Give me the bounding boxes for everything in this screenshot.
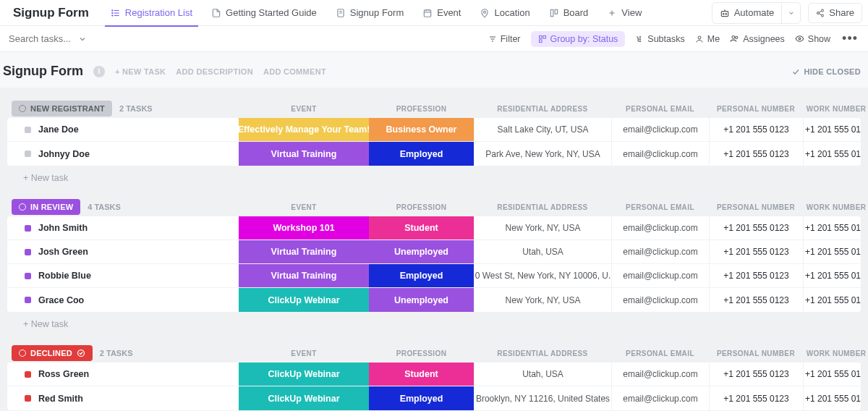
search-tasks[interactable]	[9, 33, 87, 44]
work-number-cell[interactable]: +1 201 555 012:	[803, 216, 861, 240]
work-number-cell[interactable]: +1 201 555 012:	[803, 386, 861, 410]
profession-cell[interactable]: Employed	[369, 142, 474, 166]
work-number-cell[interactable]: +1 201 555 012:	[803, 264, 861, 287]
task-name-cell[interactable]: Robbie Blue	[7, 264, 239, 287]
column-header-pnum[interactable]: PERSONAL NUMBER	[709, 349, 803, 357]
address-cell[interactable]: Brooklyn, NY 11216, United States	[474, 386, 611, 410]
email-cell[interactable]: email@clickup.com	[611, 288, 709, 312]
column-header-email[interactable]: PERSONAL EMAIL	[611, 105, 709, 113]
new-task-button[interactable]: + NEW TASK	[115, 67, 166, 76]
work-number-cell[interactable]: +1 201 555 012:	[803, 288, 861, 312]
column-header-profession[interactable]: PROFESSION	[369, 105, 474, 113]
tab-board[interactable]: Board	[540, 0, 597, 26]
task-row[interactable]: John SmithWorkshop 101StudentNew York, N…	[7, 216, 861, 240]
show-button[interactable]: Show	[795, 34, 830, 44]
profession-cell[interactable]: Unemployed	[369, 288, 474, 312]
groupby-chip[interactable]: Group by: Status	[531, 31, 626, 47]
column-header-pnum[interactable]: PERSONAL NUMBER	[709, 105, 803, 113]
email-cell[interactable]: email@clickup.com	[611, 240, 709, 263]
email-cell[interactable]: email@clickup.com	[611, 386, 709, 410]
automate-button[interactable]: Automate	[712, 3, 782, 23]
personal-number-cell[interactable]: +1 201 555 0123	[709, 264, 803, 287]
work-number-cell[interactable]: +1 201 555 012:	[803, 118, 861, 141]
work-number-cell[interactable]: +1 201 555 012:	[803, 240, 861, 263]
column-header-profession[interactable]: PROFESSION	[369, 203, 474, 211]
column-header-address[interactable]: RESIDENTIAL ADDRESS	[474, 105, 611, 113]
task-row[interactable]: Josh GreenVirtual TrainingUnemployedUtah…	[7, 240, 861, 264]
event-cell[interactable]: ClickUp Webinar	[239, 288, 369, 312]
profession-cell[interactable]: Business Owner	[369, 118, 474, 141]
share-button[interactable]: Share	[808, 3, 862, 23]
column-header-wnum[interactable]: WORK NUMBER	[803, 203, 868, 211]
tab-getting-started-guide[interactable]: Getting Started Guide	[203, 0, 326, 26]
personal-number-cell[interactable]: +1 201 555 0123	[709, 216, 803, 240]
add-comment-button[interactable]: ADD COMMENT	[263, 67, 326, 76]
tab-event[interactable]: Event	[414, 0, 469, 26]
address-cell[interactable]: Salt Lake City, UT, USA	[474, 118, 611, 141]
task-name-cell[interactable]: Johnyy Doe	[7, 142, 239, 166]
event-cell[interactable]: Virtual Training	[239, 240, 369, 263]
column-header-event[interactable]: EVENT	[239, 349, 369, 357]
profession-cell[interactable]: Unemployed	[369, 240, 474, 263]
tab-view[interactable]: View	[598, 0, 650, 26]
personal-number-cell[interactable]: +1 201 555 0123	[709, 386, 803, 410]
search-input[interactable]	[9, 33, 74, 44]
address-cell[interactable]: Utah, USA	[474, 363, 611, 386]
profession-cell[interactable]: Student	[369, 216, 474, 240]
column-header-address[interactable]: RESIDENTIAL ADDRESS	[474, 349, 611, 357]
event-cell[interactable]: Effectively Manage Your Team!	[239, 118, 369, 141]
personal-number-cell[interactable]: +1 201 555 0123	[709, 363, 803, 386]
address-cell[interactable]: Park Ave, New York, NY, USA	[474, 142, 611, 166]
column-header-profession[interactable]: PROFESSION	[369, 349, 474, 357]
column-header-email[interactable]: PERSONAL EMAIL	[611, 203, 709, 211]
column-header-address[interactable]: RESIDENTIAL ADDRESS	[474, 203, 611, 211]
work-number-cell[interactable]: +1 201 555 012:	[803, 142, 861, 166]
assignees-button[interactable]: Assignees	[730, 34, 785, 44]
column-header-event[interactable]: EVENT	[239, 203, 369, 211]
status-pill[interactable]: NEW REGISTRANT	[12, 101, 112, 116]
profession-cell[interactable]: Student	[369, 363, 474, 386]
new-task-row[interactable]: + New task	[7, 312, 861, 332]
info-icon[interactable]: i	[93, 66, 105, 77]
task-name-cell[interactable]: Grace Coo	[7, 288, 239, 312]
task-row[interactable]: Grace CooClickUp WebinarUnemployedNew Yo…	[7, 288, 861, 312]
column-header-wnum[interactable]: WORK NUMBER	[803, 349, 868, 357]
work-number-cell[interactable]: +1 201 555 012:	[803, 363, 861, 386]
address-cell[interactable]: 90 West St, New York, NY 10006, U...	[474, 264, 611, 287]
profession-cell[interactable]: Employed	[369, 386, 474, 410]
event-cell[interactable]: ClickUp Webinar	[239, 386, 369, 410]
email-cell[interactable]: email@clickup.com	[611, 142, 709, 166]
me-button[interactable]: Me	[695, 34, 720, 44]
event-cell[interactable]: Virtual Training	[239, 264, 369, 287]
column-header-email[interactable]: PERSONAL EMAIL	[611, 349, 709, 357]
address-cell[interactable]: New York, NY, USA	[474, 288, 611, 312]
email-cell[interactable]: email@clickup.com	[611, 216, 709, 240]
task-row[interactable]: Johnyy DoeVirtual TrainingEmployedPark A…	[7, 142, 861, 166]
task-name-cell[interactable]: Ross Green	[7, 363, 239, 386]
automate-dropdown[interactable]	[781, 3, 800, 23]
task-row[interactable]: Jane DoeEffectively Manage Your Team!Bus…	[7, 118, 861, 142]
task-name-cell[interactable]: Jane Doe	[7, 118, 239, 141]
personal-number-cell[interactable]: +1 201 555 0123	[709, 288, 803, 312]
subtasks-button[interactable]: Subtasks	[635, 34, 684, 44]
task-name-cell[interactable]: John Smith	[7, 216, 239, 240]
email-cell[interactable]: email@clickup.com	[611, 264, 709, 287]
task-name-cell[interactable]: Red Smith	[7, 386, 239, 410]
column-header-event[interactable]: EVENT	[239, 105, 369, 113]
status-pill[interactable]: IN REVIEW	[12, 199, 80, 215]
tab-registration-list[interactable]: Registration List	[102, 0, 201, 26]
event-cell[interactable]: Virtual Training	[239, 142, 369, 166]
address-cell[interactable]: New York, NY, USA	[474, 216, 611, 240]
personal-number-cell[interactable]: +1 201 555 0123	[709, 118, 803, 141]
column-header-pnum[interactable]: PERSONAL NUMBER	[709, 203, 803, 211]
event-cell[interactable]: ClickUp Webinar	[239, 363, 369, 386]
task-row[interactable]: Ross GreenClickUp WebinarStudentUtah, US…	[7, 363, 861, 386]
task-row[interactable]: Red SmithClickUp WebinarEmployedBrooklyn…	[7, 386, 861, 410]
email-cell[interactable]: email@clickup.com	[611, 118, 709, 141]
tab-location[interactable]: Location	[471, 0, 538, 26]
status-pill[interactable]: DECLINED	[12, 345, 93, 361]
address-cell[interactable]: Utah, USA	[474, 240, 611, 263]
task-row[interactable]: Robbie BlueVirtual TrainingEmployed90 We…	[7, 264, 861, 288]
event-cell[interactable]: Workshop 101	[239, 216, 369, 240]
personal-number-cell[interactable]: +1 201 555 0123	[709, 142, 803, 166]
